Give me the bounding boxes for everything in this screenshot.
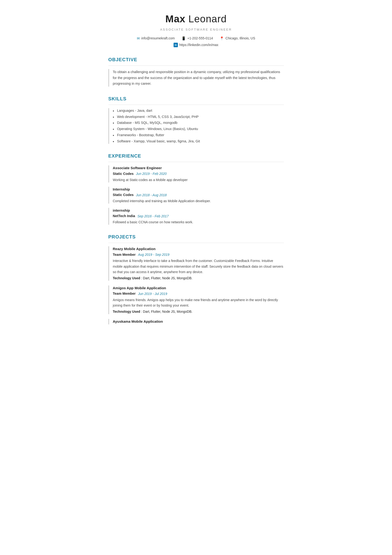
location-text: Chicago, Illinois, US <box>226 36 255 41</box>
objective-title: OBJECTIVE <box>108 56 284 63</box>
proj-date-0: Aug 2019 - Sep 2019 <box>138 252 169 257</box>
phone-icon: 📱 <box>181 36 186 41</box>
skill-item: Software - Xampp, Visual basic, wamp, fi… <box>113 139 284 144</box>
objective-divider <box>108 66 284 66</box>
proj-role-row-1: Team Member Jun 2019 - Jul 2019 <box>113 291 284 296</box>
exp-role-2: internship <box>113 208 284 213</box>
objective-section: OBJECTIVE To obtain a challenging and re… <box>108 56 284 87</box>
proj-tech-value-0: : Dart, Flutter, Node JS, MongoDB. <box>140 276 192 280</box>
exp-desc-0: Working at Static-codes as a Mobile app … <box>113 177 284 183</box>
exp-role-1: Internship <box>113 187 284 192</box>
full-name: Max Leonard <box>108 11 284 26</box>
first-name: Max <box>165 13 185 24</box>
skills-list: Languages - Java, dart Web development -… <box>108 108 284 144</box>
proj-date-1: Jun 2019 - Jul 2019 <box>138 291 167 296</box>
phone-text: +1-202-555-0114 <box>187 36 213 41</box>
proj-tech-1: Technology Used : Dart, Flutter, Node JS… <box>113 309 284 314</box>
resume-page: Max Leonard ASSOCIATE SOFTWARE ENGINEER … <box>94 0 298 343</box>
proj-name-0: Reazy Mobile Application <box>113 246 284 252</box>
proj-block-1: Amigos App Mobile Application Team Membe… <box>108 285 284 314</box>
exp-company-row-1: Static Codes Jun 2018 - Aug 2018 <box>113 192 284 198</box>
exp-company-row-2: NetTech India Sep 2016 - Feb 2017 <box>113 213 284 219</box>
proj-role-0: Team Member <box>113 252 136 257</box>
exp-date-0: Jun 2019 - Feb 2020 <box>136 171 166 176</box>
skills-divider <box>108 105 284 105</box>
exp-company-row-0: Static Codes Jun 2019 - Feb 2020 <box>113 171 284 176</box>
exp-date-1: Jun 2018 - Aug 2018 <box>136 193 166 198</box>
location-item: 📍 Chicago, Illinois, US <box>220 36 255 41</box>
exp-company-2: NetTech India <box>113 213 135 219</box>
proj-tech-label-1: Technology Used <box>113 310 140 314</box>
skill-item: Web development - HTML 5, CSS 3, JavaScr… <box>113 114 284 120</box>
location-icon: 📍 <box>220 36 224 41</box>
exp-block-1: Internship Static Codes Jun 2018 - Aug 2… <box>108 187 284 204</box>
proj-role-row-0: Team Member Aug 2019 - Sep 2019 <box>113 252 284 257</box>
exp-company-1: Static Codes <box>113 192 134 198</box>
proj-tech-value-1: : Dart, Flutter, Node JS, MongoDB. <box>140 310 192 314</box>
exp-block-2: internship NetTech India Sep 2016 - Feb … <box>108 208 284 225</box>
skills-title: SKILLS <box>108 95 284 102</box>
proj-tech-0: Technology Used : Dart, Flutter, Node JS… <box>113 276 284 281</box>
proj-name-2: Ayuskama Mobile Application <box>113 319 284 324</box>
experience-section: EXPERIENCE Associate Software Engineer S… <box>108 152 284 225</box>
skill-item: Operating System - Windows, Linux (Basic… <box>113 126 284 132</box>
skill-item: Database - MS SQL, MySQL, mongodb <box>113 120 284 125</box>
proj-role-1: Team Member <box>113 291 136 296</box>
last-name-text: Leonard <box>189 13 227 24</box>
objective-paragraph: To obtain a challenging and responsible … <box>113 69 284 87</box>
objective-text: To obtain a challenging and responsible … <box>108 69 284 87</box>
proj-name-1: Amigos App Mobile Application <box>113 285 284 291</box>
email-item: ✉ info@resumekraft.com <box>137 36 175 41</box>
exp-block-0: Associate Software Engineer Static Codes… <box>108 165 284 182</box>
linkedin-row: in https://linkedin.com/in/max <box>108 43 284 47</box>
exp-role-0: Associate Software Engineer <box>113 165 284 171</box>
exp-date-2: Sep 2016 - Feb 2017 <box>137 214 169 219</box>
exp-desc-1: Completed internship and training as Mob… <box>113 199 284 204</box>
job-title: ASSOCIATE SOFTWARE ENGINEER <box>108 27 284 32</box>
phone-item: 📱 +1-202-555-0114 <box>181 36 213 41</box>
linkedin-url: https://linkedin.com/in/max <box>179 43 218 47</box>
proj-desc-0: Interactive & friendly interface to take… <box>113 258 284 275</box>
header-section: Max Leonard ASSOCIATE SOFTWARE ENGINEER … <box>108 11 284 47</box>
proj-block-0: Reazy Mobile Application Team Member Aug… <box>108 246 284 281</box>
exp-desc-2: Followed a basic CCNA course on how netw… <box>113 220 284 225</box>
linkedin-icon: in <box>174 43 178 47</box>
proj-tech-label-0: Technology Used <box>113 276 140 280</box>
experience-title: EXPERIENCE <box>108 152 284 160</box>
skill-item: Languages - Java, dart <box>113 108 284 113</box>
skills-section: SKILLS Languages - Java, dart Web develo… <box>108 95 284 144</box>
proj-block-2: Ayuskama Mobile Application <box>108 319 284 324</box>
contact-row: ✉ info@resumekraft.com 📱 +1-202-555-0114… <box>108 36 284 41</box>
proj-desc-1: Amigos means friends. Amigos app helps y… <box>113 297 284 308</box>
projects-divider <box>108 243 284 243</box>
projects-section: PROJECTS Reazy Mobile Application Team M… <box>108 233 284 324</box>
exp-company-0: Static Codes <box>113 171 134 176</box>
skill-item: Frameworks - Bootstrap, flutter <box>113 133 284 138</box>
email-icon: ✉ <box>137 36 140 41</box>
projects-title: PROJECTS <box>108 233 284 240</box>
email-text: info@resumekraft.com <box>141 36 175 41</box>
experience-divider <box>108 162 284 162</box>
